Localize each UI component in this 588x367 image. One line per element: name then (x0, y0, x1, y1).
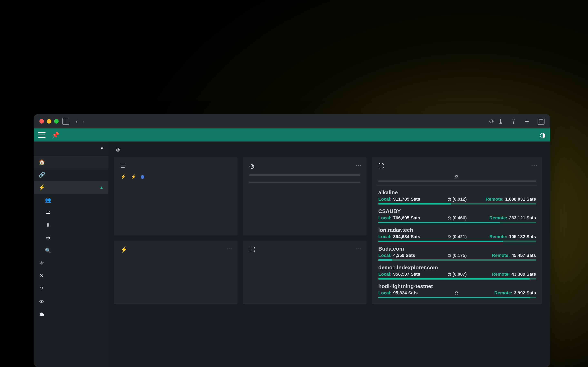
sidebar-sub-backup[interactable]: ⬇ (34, 219, 108, 232)
peer-capacity-row: Local:394,634 Sats ⚖(0.421) Remote:105,1… (378, 234, 536, 239)
close-window-button[interactable] (39, 119, 44, 124)
local-label: Local: (378, 290, 392, 296)
reload-icon[interactable]: ⟳ (489, 118, 494, 125)
peer-name: Buda.com (378, 246, 536, 252)
remote-label: Remote: (494, 290, 512, 296)
local-label: Local: (378, 234, 392, 239)
peer-capacity-bar (378, 241, 536, 242)
sidebar-item-dashboard[interactable]: 🏠 (34, 156, 108, 168)
sidebar-sub-graph[interactable]: 🔍 (34, 244, 108, 257)
maximize-window-button[interactable] (54, 119, 59, 124)
channels-icon: ⛶ (249, 246, 255, 253)
peer-name: demo1.lndexplorer.com (378, 264, 536, 271)
transfer-icon: ⇄ (44, 210, 52, 216)
bolt-icon: ⚡ (39, 184, 45, 191)
peer-capacity-row: Local:4,359 Sats ⚖(0.175) Remote:45,457 … (378, 253, 536, 258)
capacity-icon: ⛶ (378, 163, 384, 169)
sidebar-item-publickey[interactable]: 👁 (34, 296, 108, 308)
card-menu-icon[interactable]: ⋮ (531, 162, 538, 169)
sidebar-item-network[interactable]: ⚛ (34, 257, 108, 269)
sidebar-item-onchain[interactable]: 🔗 (34, 168, 108, 181)
share-icon[interactable]: ⇪ (511, 117, 516, 125)
card-routing-fee: ⋮ ⚡ (114, 241, 237, 304)
window-controls (39, 119, 59, 124)
bolt-icon: ⚡ (131, 174, 136, 180)
server-icon: ☰ (120, 163, 125, 169)
chevron-up-icon: ▲ (99, 185, 104, 190)
sidebar: ▼ 🏠 🔗 ⚡ ▲ 👥 ⇄ ⬇ ⇉ 🔍 ⚛ ✕ ? (34, 142, 108, 367)
minimize-window-button[interactable] (47, 119, 51, 124)
card-menu-icon[interactable]: ⋮ (355, 246, 362, 252)
sidebar-item-lightning[interactable]: ⚡ ▲ (34, 181, 108, 194)
ratio-value: (0.421) (452, 234, 467, 239)
scale-icon: ⚖ (455, 174, 458, 179)
chevron-down-icon: ▼ (100, 146, 104, 151)
card-node-info: ☰ ⚡ ⚡ (114, 157, 237, 235)
lightning-bar (249, 174, 360, 176)
link-icon: 🔗 (39, 172, 45, 178)
peer-capacity-bar (378, 259, 536, 261)
remote-value: 1,088,031 Sats (505, 197, 536, 202)
sidebar-sub-peers[interactable]: 👥 (34, 194, 108, 206)
smile-icon: ☺ (115, 146, 121, 153)
local-label: Local: (378, 197, 392, 202)
app-header: 📌 ◑ (34, 128, 550, 142)
peer-name: CSAUBY (378, 208, 536, 215)
sidebar-toggle-icon[interactable] (62, 118, 69, 125)
sidebar-item-settings[interactable]: ✕ (34, 269, 108, 282)
sidebar-item-help[interactable]: ? (34, 282, 108, 295)
peer-capacity-bar (378, 222, 536, 223)
routing-icon: ⇉ (44, 235, 52, 241)
peer-capacity-bar (378, 203, 536, 205)
ratio-value: (0.466) (452, 215, 467, 221)
pie-icon: ◔ (249, 163, 254, 169)
app-logo-icon: ◑ (540, 131, 546, 139)
peer-name: alkaline (378, 189, 536, 196)
forward-button[interactable]: › (82, 118, 84, 125)
remote-label: Remote: (489, 215, 507, 221)
downloads-icon[interactable]: ⤓ (498, 117, 503, 125)
remote-value: 233,121 Sats (509, 215, 536, 221)
scale-icon: ⚖ (455, 291, 458, 295)
eye-icon: 👁 (39, 299, 45, 305)
divider (377, 185, 537, 186)
sidebar-sub-transactions[interactable]: ⇄ (34, 206, 108, 219)
scale-icon: ⚖ (448, 197, 451, 202)
new-tab-icon[interactable]: ＋ (524, 117, 530, 126)
settings-icon: ✕ (39, 273, 45, 279)
card-menu-icon[interactable]: ⋮ (226, 246, 233, 252)
local-value: 394,634 Sats (393, 234, 420, 239)
logout-icon: ⏏ (39, 311, 45, 317)
local-value: 95,824 Sats (393, 290, 418, 296)
local-label: Local: (378, 253, 392, 258)
peer-capacity-bar (378, 278, 536, 280)
peer-name: ion.radar.tech (378, 227, 536, 233)
search-icon: 🔍 (44, 248, 52, 253)
scale-icon: ⚖ (448, 216, 451, 220)
card-menu-icon[interactable]: ⋮ (355, 162, 362, 169)
local-label: Local: (378, 272, 392, 277)
scale-icon: ⚖ (448, 272, 451, 277)
pin-icon[interactable]: 📌 (52, 132, 59, 139)
remote-value: 3,992 Sats (514, 290, 536, 296)
bolt-icon: ⚡ (120, 246, 127, 253)
capacity-total-row: ⚖ (378, 174, 536, 179)
peer-capacity-row: Local:766,695 Sats ⚖(0.466) Remote:233,1… (378, 215, 536, 221)
onchain-bar (249, 182, 360, 183)
local-label: Local: (378, 215, 392, 221)
card-channels-capacity: ⋮ ⛶ ⚖ alkaline Local:911,785 Sats (372, 157, 542, 304)
sidebar-item-logout[interactable]: ⏏ (34, 308, 108, 320)
local-value: 766,695 Sats (393, 215, 420, 221)
ratio-value: (0.087) (452, 272, 467, 277)
card-balances: ⋮ ◔ (243, 157, 366, 235)
content-area: ☺ ☰ ⚡ ⚡ (108, 142, 550, 367)
node-selector[interactable]: ▼ (34, 142, 108, 156)
local-value: 4,359 Sats (393, 253, 415, 258)
menu-icon[interactable] (38, 132, 45, 138)
tabs-overview-icon[interactable] (537, 118, 545, 125)
help-icon: ? (39, 285, 45, 292)
remote-label: Remote: (489, 234, 507, 239)
sidebar-sub-routing[interactable]: ⇉ (34, 232, 108, 244)
capacity-total-bar (378, 180, 536, 182)
back-button[interactable]: ‹ (76, 118, 78, 125)
